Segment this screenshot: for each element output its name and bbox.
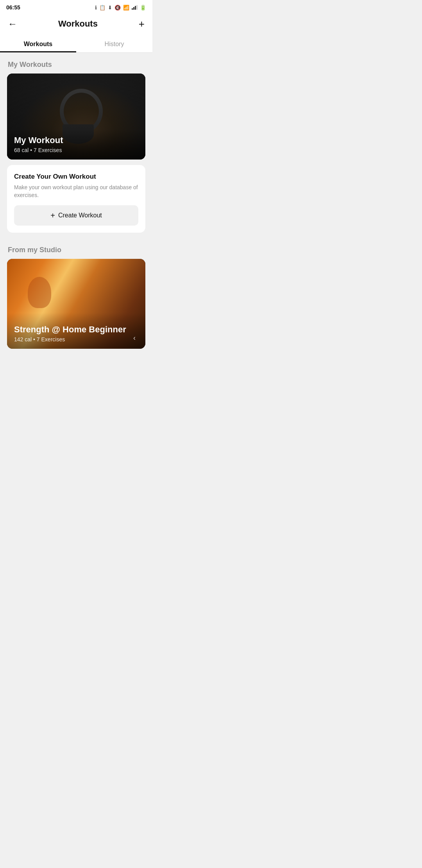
back-button[interactable]: ← xyxy=(8,19,17,29)
create-plus-icon: + xyxy=(50,212,55,219)
create-card-title: Create Your Own Workout xyxy=(14,173,138,181)
create-workout-card: Create Your Own Workout Make your own wo… xyxy=(7,165,145,233)
download-icon: ⬇ xyxy=(108,5,112,11)
status-icons: ℹ 📋 ⬇ 🔇 📶 🔋 xyxy=(95,5,146,11)
my-workouts-heading: My Workouts xyxy=(0,53,152,74)
workout-card-meta: 68 cal • 7 Exercises xyxy=(14,147,138,153)
content-area: My Workouts My Workout 68 cal • 7 Exerci… xyxy=(0,53,152,366)
tab-history[interactable]: History xyxy=(76,35,152,52)
info-icon: ℹ xyxy=(95,5,97,11)
signal-icon xyxy=(132,5,138,10)
workout-card-title: My Workout xyxy=(14,135,138,145)
studio-heading: From my Studio xyxy=(0,238,152,259)
studio-card-info: Strength @ Home Beginner 142 cal • 7 Exe… xyxy=(7,318,145,349)
workout-card-info: My Workout 68 cal • 7 Exercises xyxy=(7,129,145,160)
studio-card-cal-exercises: 142 cal • 7 Exercises xyxy=(14,336,65,343)
battery-icon: 🔋 xyxy=(140,5,146,11)
mute-icon: 🔇 xyxy=(114,5,121,11)
create-workout-label: Create Workout xyxy=(58,212,102,219)
wifi-icon: 📶 xyxy=(123,5,129,11)
status-time: 06:55 xyxy=(6,4,20,11)
tab-workouts[interactable]: Workouts xyxy=(0,35,76,52)
studio-workout-card[interactable]: Strength @ Home Beginner 142 cal • 7 Exe… xyxy=(7,259,145,349)
studio-card-title: Strength @ Home Beginner xyxy=(14,325,138,335)
create-card-description: Make your own workout plan using our dat… xyxy=(14,184,138,199)
my-workout-card[interactable]: My Workout 68 cal • 7 Exercises xyxy=(7,74,145,160)
add-button[interactable]: + xyxy=(139,19,145,29)
page-title: Workouts xyxy=(58,19,98,29)
studio-chevron-icon: ‹ xyxy=(129,332,140,343)
tabs-bar: Workouts History xyxy=(0,35,152,53)
header: ← Workouts + xyxy=(0,14,152,35)
studio-card-meta: 142 cal • 7 Exercises xyxy=(14,336,138,343)
create-workout-button[interactable]: + Create Workout xyxy=(14,205,138,226)
status-bar: 06:55 ℹ 📋 ⬇ 🔇 📶 🔋 xyxy=(0,0,152,14)
clipboard-icon: 📋 xyxy=(99,5,106,11)
